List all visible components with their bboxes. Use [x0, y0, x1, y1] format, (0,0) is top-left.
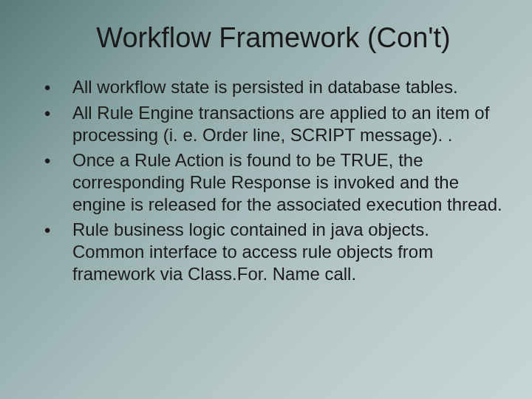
- bullet-text: Once a Rule Action is found to be TRUE, …: [72, 149, 502, 216]
- bullet-text: Rule business logic contained in java ob…: [72, 219, 502, 285]
- bullet-icon: •: [44, 76, 72, 99]
- list-item: • Once a Rule Action is found to be TRUE…: [44, 149, 502, 216]
- bullet-text: All Rule Engine transactions are applied…: [72, 102, 502, 146]
- bullet-text: All workflow state is persisted in datab…: [72, 76, 502, 98]
- slide-title: Workflow Framework (Con't): [44, 22, 502, 54]
- bullet-icon: •: [44, 149, 72, 172]
- bullet-list: • All workflow state is persisted in dat…: [44, 76, 502, 285]
- slide: Workflow Framework (Con't) • All workflo…: [0, 0, 532, 399]
- list-item: • Rule business logic contained in java …: [44, 219, 502, 285]
- list-item: • All Rule Engine transactions are appli…: [44, 102, 502, 146]
- bullet-icon: •: [44, 102, 72, 125]
- bullet-icon: •: [44, 219, 72, 242]
- list-item: • All workflow state is persisted in dat…: [44, 76, 502, 99]
